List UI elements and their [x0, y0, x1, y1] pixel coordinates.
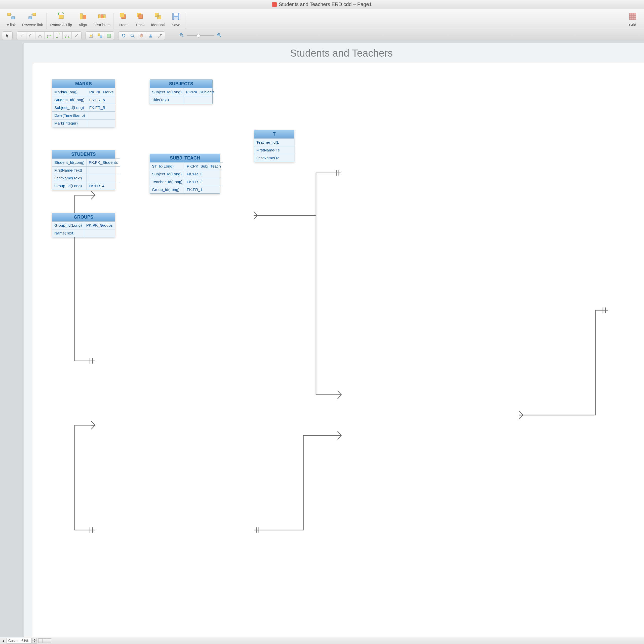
zoom-out-icon[interactable]: [179, 33, 184, 39]
entity-columns: ST_Id(Long)PK:PK_Subj_Teach Subject_Id(L…: [150, 162, 223, 193]
canvas-workspace[interactable]: Students and Teachers: [0, 41, 644, 637]
spline-tool[interactable]: [63, 32, 72, 39]
route-tool[interactable]: [54, 32, 63, 39]
multi-tool[interactable]: [72, 32, 81, 39]
svg-rect-0: [8, 13, 11, 16]
front-icon: [118, 11, 129, 22]
align-button[interactable]: Align: [76, 10, 90, 28]
regroup-tool[interactable]: [104, 32, 113, 39]
zoom-thumb[interactable]: [197, 34, 200, 37]
send-back-button[interactable]: Back: [134, 10, 147, 28]
table-row: Group_Id(Long)FK:FR_4: [52, 182, 120, 190]
align-icon: [77, 11, 88, 22]
entity-marks[interactable]: MARKS MarkId(Long)PK:PK_Marks Student_Id…: [52, 79, 115, 127]
grid-icon: [627, 11, 638, 22]
svg-point-28: [65, 37, 66, 38]
svg-rect-38: [149, 36, 152, 37]
link-icon: [6, 11, 17, 22]
zoom-in-icon[interactable]: [217, 33, 222, 39]
entity-subjects[interactable]: SUBJECTS Subject_Id(Long)PK:PK_Subjects …: [150, 79, 213, 104]
entity-columns: Student_Id(Long)PK:PK_Students FirstName…: [52, 158, 120, 190]
link-button[interactable]: e link: [5, 10, 18, 28]
svg-rect-14: [139, 15, 143, 19]
distribute-icon: [96, 11, 107, 22]
status-bar: ◂ Custom 61% ▲▼: [0, 637, 644, 644]
pointer-tool[interactable]: [2, 31, 13, 40]
entity-students[interactable]: STUDENTS Student_Id(Long)PK:PK_Students …: [52, 150, 115, 190]
svg-rect-2: [33, 13, 36, 16]
entity-groups[interactable]: GROUPS Group_Id(Long)PK:PK_Groups Name(T…: [52, 213, 115, 237]
grid-button[interactable]: Grid: [626, 10, 639, 28]
stamp-tool[interactable]: [146, 32, 155, 39]
window-titlebar: Students and Teachers ERD.cdd – Page1: [0, 0, 644, 9]
svg-rect-21: [629, 13, 636, 20]
svg-point-25: [50, 35, 51, 36]
svg-rect-34: [107, 34, 111, 37]
shape-tools[interactable]: [86, 31, 114, 40]
table-row: FirstName(Text): [52, 167, 120, 174]
svg-line-43: [182, 36, 183, 37]
table-row: Name(Text): [52, 229, 115, 237]
zoom-readout[interactable]: Custom 61%: [7, 638, 32, 643]
svg-rect-20: [174, 17, 178, 20]
svg-rect-3: [29, 17, 32, 19]
curve-tool[interactable]: [35, 32, 45, 39]
line-tool[interactable]: [17, 32, 26, 39]
drawing-toolbar: [0, 30, 644, 41]
reverse-link-button[interactable]: Reverse link: [22, 10, 44, 28]
table-row: LastName(Te: [254, 154, 294, 162]
table-row: MarkId(Long)PK:PK_Marks: [52, 88, 115, 96]
svg-point-27: [59, 33, 60, 34]
eyedropper-tool[interactable]: [155, 32, 164, 39]
table-row: FirstName(Te: [254, 146, 294, 154]
svg-point-26: [56, 37, 57, 38]
svg-point-31: [90, 35, 92, 37]
rotate-flip-button[interactable]: Rotate & Flip: [50, 10, 73, 28]
toolbar-separator: [186, 13, 186, 29]
save-icon: [171, 11, 181, 22]
sheet-tabs[interactable]: [38, 638, 51, 643]
page: Students and Teachers: [24, 43, 644, 644]
table-row: Subject_Id(Long)FK:FR_5: [52, 104, 115, 112]
refresh-tool[interactable]: [119, 32, 128, 39]
entity-columns: Group_Id(Long)PK:PK_Groups Name(Text): [52, 221, 115, 237]
ungroup-tool[interactable]: [95, 32, 104, 39]
entity-columns: Subject_Id(Long)PK:PK_Subjects Title(Tex…: [150, 88, 217, 104]
zoom-tool[interactable]: [128, 32, 137, 39]
svg-rect-7: [84, 15, 86, 19]
elbow-tool[interactable]: [45, 32, 54, 39]
svg-rect-4: [59, 15, 63, 19]
save-button[interactable]: Save: [169, 10, 183, 28]
svg-rect-1: [12, 17, 15, 19]
distribute-button[interactable]: Distribute: [93, 10, 110, 28]
arc-tool[interactable]: [26, 32, 35, 39]
svg-line-37: [133, 36, 134, 37]
zoom-track[interactable]: [187, 35, 214, 36]
view-tools[interactable]: [118, 31, 165, 40]
svg-rect-12: [120, 13, 124, 17]
table-row: Group_Id(Long)FK:FR_1: [150, 186, 223, 194]
entity-columns: MarkId(Long)PK:PK_Marks Student_Id(Long)…: [52, 88, 115, 127]
window-title: Students and Teachers ERD.cdd – Page1: [279, 2, 372, 7]
page-title: Students and Teachers: [24, 48, 644, 59]
page-prev-button[interactable]: ◂: [0, 637, 6, 644]
entity-header: MARKS: [52, 80, 115, 88]
entity-columns: Teacher_Id(L FirstName(Te LastName(Te: [254, 138, 294, 162]
zoom-slider[interactable]: [179, 33, 222, 39]
connector-tools[interactable]: [17, 31, 82, 40]
entity-header: GROUPS: [52, 213, 115, 221]
entity-header: SUBJECTS: [150, 80, 212, 88]
identical-button[interactable]: Identical: [151, 10, 166, 28]
svg-rect-6: [80, 14, 83, 19]
svg-rect-39: [150, 34, 151, 36]
pan-tool[interactable]: [137, 32, 146, 39]
group-tool[interactable]: [86, 32, 95, 39]
svg-rect-19: [174, 13, 178, 16]
table-row: Title(Text): [150, 96, 217, 104]
entity-subj-teach[interactable]: SUBJ_TEACH ST_Id(Long)PK:PK_Subj_Teach S…: [150, 154, 220, 194]
bring-front-button[interactable]: Front: [116, 10, 130, 28]
entity-header: T: [254, 130, 294, 138]
svg-point-29: [68, 37, 69, 38]
entity-teachers[interactable]: T Teacher_Id(L FirstName(Te LastName(Te: [254, 130, 294, 162]
zoom-stepper[interactable]: ▲▼: [32, 638, 37, 643]
